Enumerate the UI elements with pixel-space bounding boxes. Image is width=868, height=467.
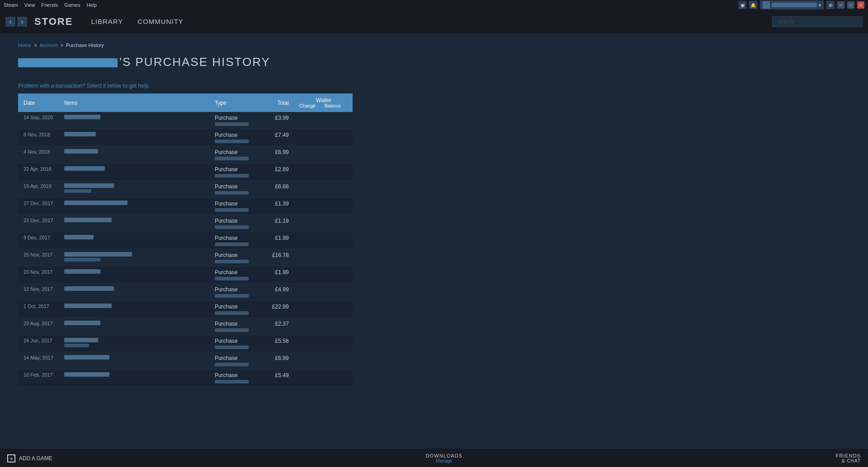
- table-row[interactable]: 14 Sep, 2020Purchase£3.99: [18, 112, 353, 129]
- cell-item: [59, 318, 209, 335]
- monitor-icon[interactable]: ⊞: [826, 1, 835, 9]
- type-text: Purchase: [215, 252, 238, 258]
- maximize-button[interactable]: □: [847, 1, 854, 9]
- menu-help[interactable]: Help: [87, 2, 97, 8]
- type-sub-redacted: [215, 208, 249, 212]
- cell-type: Purchase: [209, 163, 263, 181]
- cell-total: £1.99: [263, 232, 294, 249]
- table-row[interactable]: 22 Apr, 2018Purchase£2.89: [18, 163, 353, 181]
- breadcrumb-sep-2: >: [61, 42, 63, 48]
- downloads-manage[interactable]: Manage: [426, 458, 462, 463]
- cell-date: 23 Dec, 2017: [18, 215, 59, 232]
- type-sub-redacted: [215, 140, 249, 143]
- window-controls: ▣ 🔔 ▾ ⊞ ─ □ ✕: [738, 0, 864, 9]
- cell-wallet: [294, 112, 353, 129]
- type-text: Purchase: [215, 286, 238, 293]
- header-wallet: Wallet Change Balance: [294, 93, 353, 112]
- menu-friends[interactable]: Friends: [41, 2, 58, 8]
- table-row[interactable]: 13 Nov, 2017Purchase£4.99: [18, 284, 353, 301]
- bottom-bar: + ADD A GAME DOWNLOADS Manage FRIENDS & …: [0, 449, 868, 467]
- cell-type: Purchase: [209, 146, 263, 163]
- header-type: Type: [209, 93, 263, 112]
- add-game-label: ADD A GAME: [19, 455, 52, 462]
- item-name-redacted: [64, 321, 100, 325]
- cell-wallet: [294, 249, 353, 266]
- minimize-button[interactable]: ─: [837, 1, 844, 9]
- cell-date: 27 Dec, 2017: [18, 198, 59, 215]
- search-input[interactable]: [772, 16, 863, 27]
- type-sub-redacted: [215, 225, 249, 229]
- add-game-button[interactable]: + ADD A GAME: [7, 454, 52, 462]
- wallet-sub: Change Balance: [300, 103, 347, 108]
- cell-date: 14 Sep, 2020: [18, 112, 59, 129]
- item-name-redacted: [64, 235, 94, 239]
- breadcrumb-sep-1: >: [34, 42, 37, 48]
- table-row[interactable]: 1 Oct, 2017Purchase£22.99: [18, 301, 353, 318]
- breadcrumb-account[interactable]: Account: [40, 42, 58, 48]
- cell-total: £4.99: [263, 284, 294, 301]
- breadcrumb: Home > Account > Purchase History: [18, 42, 524, 48]
- nav-arrows: ‹ ›: [5, 17, 27, 27]
- cell-date: 4 Nov, 2018: [18, 146, 59, 163]
- type-sub-redacted: [215, 277, 249, 280]
- cell-item: [59, 249, 209, 266]
- table-row[interactable]: 4 Nov, 2018Purchase£6.99: [18, 146, 353, 163]
- type-sub-redacted: [215, 260, 249, 263]
- main-content: Home > Account > Purchase History 'S PUR…: [0, 33, 542, 396]
- cell-type: Purchase: [209, 232, 263, 249]
- cell-item: [59, 266, 209, 284]
- friends-chat-button[interactable]: FRIENDS & CHAT: [836, 453, 861, 463]
- store-nav-link[interactable]: STORE: [34, 16, 73, 28]
- downloads-section[interactable]: DOWNLOADS Manage: [426, 453, 462, 463]
- item-name-redacted: [64, 355, 109, 360]
- menu-games[interactable]: Games: [64, 2, 80, 8]
- type-text: Purchase: [215, 235, 238, 241]
- table-row[interactable]: 20 Nov, 2017Purchase£1.99: [18, 266, 353, 284]
- table-row[interactable]: 14 May, 2017Purchase£6.99: [18, 352, 353, 369]
- type-text: Purchase: [215, 304, 238, 310]
- menu-view[interactable]: View: [24, 2, 35, 8]
- table-row[interactable]: 24 Jun, 2017Purchase£5.58: [18, 335, 353, 352]
- table-row[interactable]: 18 Feb, 2017Purchase£5.49: [18, 369, 353, 387]
- library-nav-link[interactable]: LIBRARY: [84, 10, 130, 33]
- close-button[interactable]: ✕: [857, 1, 864, 9]
- cell-total: £16.78: [263, 249, 294, 266]
- type-text: Purchase: [215, 166, 238, 173]
- item-sub-redacted: [64, 189, 91, 193]
- community-nav-link[interactable]: COMMUNITY: [130, 10, 191, 33]
- table-row[interactable]: 9 Dec, 2017Purchase£1.99: [18, 232, 353, 249]
- table-row[interactable]: 25 Nov, 2017Purchase£16.78: [18, 249, 353, 266]
- table-row[interactable]: 8 Nov, 2018Purchase£7.49: [18, 129, 353, 146]
- page-title-suffix: 'S PURCHASE HISTORY: [119, 55, 270, 69]
- notification-icon[interactable]: 🔔: [749, 1, 757, 9]
- header-date: Date: [18, 93, 59, 112]
- menu-steam[interactable]: Steam: [4, 2, 18, 8]
- cell-total: £6.99: [263, 352, 294, 369]
- table-row[interactable]: 19 Apr, 2018Purchase£6.68: [18, 181, 353, 198]
- cell-total: £6.68: [263, 181, 294, 198]
- cell-item: [59, 335, 209, 352]
- cell-wallet: [294, 129, 353, 146]
- user-area[interactable]: ▾: [760, 0, 824, 9]
- username-redacted: [18, 58, 118, 67]
- type-sub-redacted: [215, 157, 249, 160]
- header-total: Total: [263, 93, 294, 112]
- cell-type: Purchase: [209, 318, 263, 335]
- cell-type: Purchase: [209, 112, 263, 129]
- table-row[interactable]: 29 Aug, 2017Purchase£2.37: [18, 318, 353, 335]
- cell-item: [59, 232, 209, 249]
- type-text: Purchase: [215, 218, 238, 224]
- breadcrumb-home[interactable]: Home: [18, 42, 31, 48]
- table-row[interactable]: 23 Dec, 2017Purchase£1.19: [18, 215, 353, 232]
- friends-label: FRIENDS: [836, 453, 861, 458]
- cell-wallet: [294, 163, 353, 181]
- header-balance: Balance: [325, 103, 341, 108]
- table-row[interactable]: 27 Dec, 2017Purchase£1.39: [18, 198, 353, 215]
- forward-button[interactable]: ›: [17, 17, 27, 27]
- cell-total: £5.58: [263, 335, 294, 352]
- back-button[interactable]: ‹: [5, 17, 15, 27]
- type-sub-redacted: [215, 328, 249, 332]
- chat-label: & CHAT: [836, 458, 861, 463]
- username: [772, 3, 817, 7]
- item-sub-redacted: [64, 344, 89, 347]
